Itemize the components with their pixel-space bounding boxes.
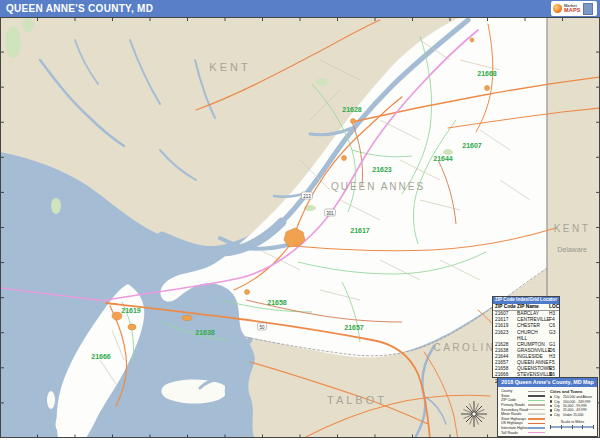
legend-item-label: Primary Roads [501,403,528,407]
city-item-range: 25,000 - 49,999 [563,408,587,412]
small-island [47,391,55,409]
county-label: QUEEN ANNES [331,181,425,192]
loc-cell: G3 [549,330,559,342]
city-dot-icon [550,405,553,408]
legend-line-items: CountyStateZIP CodePrimary RoadsSecondar… [501,389,550,435]
zip-index-column-header: LOC [549,304,559,310]
legend-line-sample [528,391,545,393]
scale-bar-graphic [550,425,594,429]
marketmaps-logo: Market MAPS [551,1,597,16]
wye-island-area [161,380,227,404]
city-item-range: 50,000 - 99,999 [563,404,587,408]
city-dot-icon [550,414,553,417]
zip-code-cell: 21623 [493,330,517,342]
city-item-label: City [554,404,563,408]
zip-name-cell: CHURCH HILL [517,330,549,342]
zip-index-row: 21623CHURCH HILLG3 [493,330,559,342]
city-item-label: City [554,400,563,404]
zip-code-label: 21657 [344,324,364,331]
zip-index-title: ZIP Code Index/Grid Locator [493,297,559,304]
city-item-range: 100,000 - 249,999 [563,400,591,404]
legend-item-label: Minor Roads [501,412,528,416]
legend-title: 2018 Queen Anne's County, MD Map [498,378,597,387]
legend-line-item: Toll Roads [501,430,550,435]
zip-code-label: 21644 [433,155,453,162]
city-dot-icon [550,400,553,403]
legend-line-sample [528,432,545,434]
globe-icon [553,4,562,13]
route-shield-number: 213 [303,194,311,199]
legend-line-sample [528,418,545,420]
city-item-label: City [554,408,563,412]
county-label: TALBOT [327,394,387,406]
map-legend-panel: 2018 Queen Anne's County, MD Map CountyS… [497,377,598,437]
legend-item-label: Interstate Highways [501,426,528,430]
legend-item-label: State Highways [501,417,528,421]
county-label: KENT [554,223,591,234]
logo-text-bottom: MAPS [564,8,581,14]
map-viewport: KENTQUEEN ANNESKENTTALBOTCAROLINEDelawar… [0,0,600,440]
legend-item-label: Secondary Roads [501,408,528,412]
zip-index-column-header: ZIP Code [493,304,517,310]
zip-index-table: 21607BARCLAYH321617CENTREVILLEF421619CHE… [493,311,559,385]
legend-line-sample [528,423,545,425]
title-bar: QUEEN ANNE'S COUNTY, MD Market MAPS [0,0,600,17]
legend-line-sample [528,409,545,411]
zip-code-label: 21623 [372,166,392,173]
zip-index-panel: ZIP Code Index/Grid Locator ZIP CodeZIP … [492,296,560,378]
zip-code-label: 21638 [195,329,215,336]
zip-code-label: 21619 [121,307,141,314]
city-item-range: 250,000 and Above [563,395,592,399]
legend-item-label: State [501,394,528,398]
map-title: QUEEN ANNE'S COUNTY, MD [6,3,153,14]
legend-line-sample [528,404,545,406]
legend-line-sample [528,427,545,429]
legend-item-label: US Highways [501,421,528,425]
legend-item-label: ZIP Code [501,398,528,402]
scale-bar: Scale in Miles [550,420,595,429]
legend-city-items: City250,000 and AboveCity100,000 - 249,9… [550,395,595,417]
legend-line-sample [528,395,545,397]
zip-index-column-header: ZIP Name [517,304,549,310]
city-size-item: CityUnder 25,000 [550,413,595,417]
city-item-label: City [554,395,563,399]
zip-code-label: 21668 [477,70,497,77]
legend-item-label: County [501,389,528,393]
cities-title: Cities and Towns [550,389,595,394]
city-item-range: Under 25,000 [563,413,584,417]
zip-code-label: 21617 [350,227,370,234]
zip-code-label: 21607 [462,142,482,149]
small-island [56,417,63,431]
legend-item-label: Toll Roads [501,431,528,435]
scale-label: Scale in Miles [550,420,595,424]
city-dot-icon [550,396,553,399]
route-shield-number: 50 [259,325,265,330]
city-dot-icon [550,409,553,412]
zip-code-label: 21666 [91,353,111,360]
zip-code-label: 21628 [342,106,362,113]
zip-code-label: 21658 [267,299,287,306]
legend-line-sample [528,400,545,402]
route-shield-number: 301 [326,211,334,216]
logo-block-icon [583,3,593,15]
zip-index-header-row: ZIP CodeZIP NameLOC [493,304,559,311]
legend-line-sample [528,413,545,415]
county-label: KENT [209,61,250,73]
city-item-label: City [554,413,563,417]
state-label: Delaware [557,246,587,253]
